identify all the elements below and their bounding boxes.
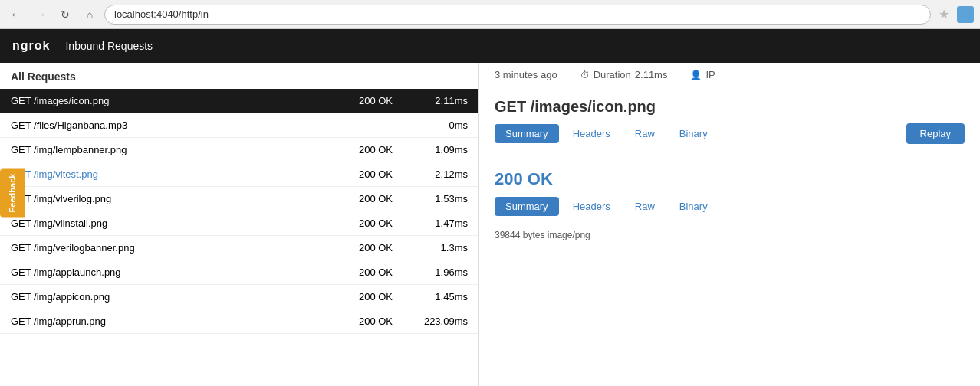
request-status: 200 OK (345, 316, 406, 327)
table-row[interactable]: GET /img/vlverilog.png 200 OK 1.53ms (0, 187, 478, 211)
tab-headers-response[interactable]: Headers (562, 197, 621, 216)
tab-binary-request[interactable]: Binary (669, 124, 719, 143)
all-requests-header: All Requests (0, 63, 478, 89)
request-tabs-row: Summary Headers Raw Binary Replay (479, 123, 980, 152)
request-method-path: GET /img/vlinstall.png (11, 218, 345, 229)
table-row[interactable]: GET /files/Higanbana.mp3 0ms (0, 113, 478, 138)
table-row[interactable]: GET /img/vlinstall.png 200 OK 1.47ms (0, 211, 478, 236)
response-status: 200 OK (495, 169, 965, 189)
feedback-button[interactable]: Feedback (0, 169, 25, 218)
request-duration: 1.3ms (406, 242, 468, 254)
request-status: 200 OK (345, 267, 406, 278)
request-status: 200 OK (345, 144, 406, 155)
request-method-path: GET /img/vlverilog.png (11, 193, 345, 204)
request-duration: 223.09ms (406, 316, 468, 327)
ip-label: IP (705, 69, 715, 80)
table-row[interactable]: GET /img/apprun.png 200 OK 223.09ms (0, 309, 478, 334)
request-method-path: GET /img/applaunch.png (11, 267, 345, 278)
back-button[interactable]: ← (6, 5, 26, 25)
response-body-info: 39844 bytes image/png (495, 224, 965, 247)
duration-meta: ⏱ Duration 2.11ms (580, 69, 668, 80)
request-status: 200 OK (345, 193, 406, 204)
request-duration: 1.47ms (406, 218, 468, 229)
response-section: 200 OK Summary Headers Raw Binary 39844 … (479, 159, 980, 247)
nav-inbound-requests[interactable]: Inbound Requests (65, 40, 153, 52)
tab-raw-response[interactable]: Raw (624, 197, 666, 216)
section-divider (479, 155, 980, 155)
feedback-wrapper[interactable]: Feedback (0, 169, 25, 218)
tab-binary-response[interactable]: Binary (669, 197, 719, 216)
tab-summary-request[interactable]: Summary (495, 124, 559, 143)
request-duration: 1.09ms (406, 144, 468, 155)
request-status: 200 OK (345, 291, 406, 303)
request-method-path: GET /img/appicon.png (11, 291, 345, 303)
tab-raw-request[interactable]: Raw (624, 124, 666, 143)
request-status: 200 OK (345, 242, 406, 254)
timestamp-value: 3 minutes ago (495, 69, 557, 80)
request-method-path: GET /images/icon.png (11, 95, 345, 106)
forward-button[interactable]: → (31, 5, 51, 25)
request-duration: 2.12ms (406, 168, 468, 180)
request-title: GET /images/icon.png (495, 98, 965, 116)
replay-button[interactable]: Replay (906, 123, 965, 144)
request-duration: 1.45ms (406, 291, 468, 303)
table-row[interactable]: GET /img/applaunch.png 200 OK 1.96ms (0, 260, 478, 285)
app-logo: ngrok (12, 39, 50, 53)
request-status: 200 OK (345, 168, 406, 180)
request-status: 200 OK (345, 95, 406, 106)
request-method-path: GET /img/apprun.png (11, 316, 345, 327)
address-bar[interactable]: localhost:4040/http/in (104, 5, 931, 25)
request-list: GET /images/icon.png 200 OK 2.11ms GET /… (0, 89, 478, 334)
table-row[interactable]: GET /img/appicon.png 200 OK 1.45ms (0, 285, 478, 309)
duration-value: 2.11ms (635, 69, 668, 80)
table-row[interactable]: GET /images/icon.png 200 OK 2.11ms (0, 89, 478, 113)
duration-label: Duration (594, 69, 631, 80)
refresh-button[interactable]: ↻ (55, 5, 75, 25)
home-button[interactable]: ⌂ (80, 5, 100, 25)
request-duration: 2.11ms (406, 95, 468, 106)
table-row[interactable]: GET /img/vltest.png 200 OK 2.12ms (0, 162, 478, 187)
timestamp: 3 minutes ago (495, 69, 557, 80)
request-duration: 0ms (406, 119, 468, 131)
right-panel: 3 minutes ago ⏱ Duration 2.11ms 👤 IP GET… (479, 63, 980, 386)
ip-meta: 👤 IP (690, 69, 715, 80)
response-tabs-row: Summary Headers Raw Binary (495, 197, 965, 224)
app-bar: ngrok Inbound Requests (0, 29, 980, 63)
main-layout: All Requests GET /images/icon.png 200 OK… (0, 63, 980, 386)
request-method-path: GET /img/lempbanner.png (11, 144, 345, 155)
clock-icon: ⏱ (580, 70, 590, 80)
person-icon: 👤 (690, 70, 702, 80)
request-method-path: GET /img/verilogbanner.png (11, 242, 345, 254)
left-panel: All Requests GET /images/icon.png 200 OK… (0, 63, 479, 386)
table-row[interactable]: GET /img/lempbanner.png 200 OK 1.09ms (0, 138, 478, 162)
request-meta-bar: 3 minutes ago ⏱ Duration 2.11ms 👤 IP (479, 63, 980, 87)
request-method-path: GET /files/Higanbana.mp3 (11, 119, 345, 131)
tab-summary-response[interactable]: Summary (495, 197, 559, 216)
table-row[interactable]: GET /img/verilogbanner.png 200 OK 1.3ms (0, 236, 478, 260)
extension-icon (957, 6, 974, 23)
browser-chrome: ← → ↻ ⌂ localhost:4040/http/in ★ (0, 0, 980, 29)
request-status: 200 OK (345, 218, 406, 229)
request-method-path: GET /img/vltest.png (11, 168, 345, 180)
url-text: localhost:4040/http/in (114, 8, 921, 20)
bookmark-icon: ★ (939, 7, 949, 21)
request-title-section: GET /images/icon.png (479, 87, 980, 116)
tab-headers-request[interactable]: Headers (562, 124, 621, 143)
request-duration: 1.96ms (406, 267, 468, 278)
request-duration: 1.53ms (406, 193, 468, 204)
